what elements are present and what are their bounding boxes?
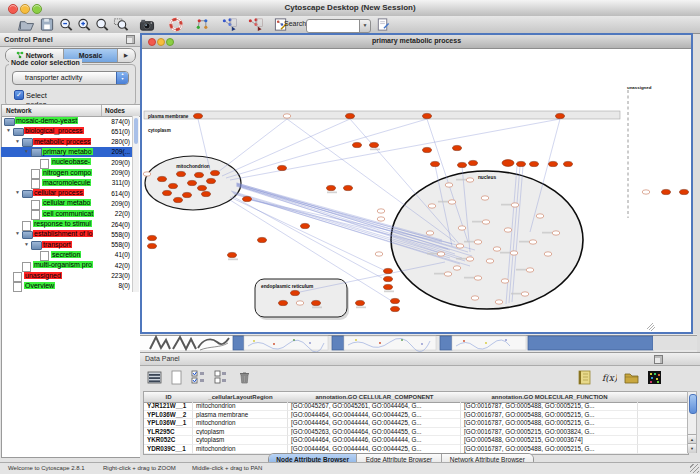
rear-window-frame[interactable] [332,336,344,350]
table-cell[interactable]: YPL036W__2 [144,411,193,420]
tree-row[interactable]: nitrogen compo209(0) [1,168,132,178]
network-node-red[interactable] [370,142,379,147]
network-node-red[interactable] [228,252,237,257]
network-node-white[interactable] [521,292,529,296]
tree-row[interactable]: ▼establishment of lo558(0) [1,229,132,239]
tree-node-label[interactable]: primary metabo [42,148,93,155]
tree-node-label[interactable]: nitrogen compo [42,169,92,176]
float-panel-icon[interactable] [126,35,135,44]
notes-icon[interactable] [576,369,593,386]
matrix-icon[interactable] [646,369,663,386]
disclosure-triangle-icon[interactable]: ▼ [24,148,29,154]
network-node-white[interactable] [426,231,434,235]
network-node-white[interactable] [437,252,445,256]
network-node-white[interactable] [377,209,385,213]
select-attributes-icon[interactable] [190,369,207,386]
float-panel-icon[interactable] [654,355,663,364]
network-node-white[interactable] [510,251,518,255]
network-edge[interactable] [218,119,287,172]
network-node-red[interactable] [391,298,400,303]
network-canvas[interactable]: plasma membrane cytoplasm mitochondrion … [142,48,691,332]
select-nodes-checkbox[interactable]: ✓ [14,90,24,100]
network-node-white[interactable] [495,300,503,304]
network-node-white[interactable] [283,114,291,118]
network-node-red[interactable] [327,185,336,190]
network-node-white[interactable] [474,276,482,280]
attribute-table[interactable]: ID_cellularLayoutRegionannotation.GO CEL… [143,391,689,455]
search-input[interactable] [306,19,364,33]
table-cell[interactable]: [GO:0044464, GO:0044444, GO:0044425, G..… [288,411,461,420]
network-node-red[interactable] [177,171,186,176]
table-cell[interactable]: plasma membrane [193,411,288,420]
tree-row[interactable]: ▼biological_process651(0) [1,126,132,136]
network-node-red[interactable] [291,290,300,295]
network-node-white[interactable] [544,252,552,256]
table-cell[interactable] [638,428,688,437]
network-node-white[interactable] [493,247,501,251]
table-cell[interactable]: [GO:0045263, GO:0044464, GO:0044455, G..… [288,428,461,437]
network-node-red[interactable] [148,243,157,248]
network-node-red[interactable] [174,197,183,202]
network-node-white[interactable] [453,266,461,270]
network-node-red[interactable] [384,276,393,281]
tree-row[interactable]: nucleobase-209(0) [1,157,132,167]
trash-icon[interactable] [236,369,253,386]
network-node-white[interactable] [482,220,490,224]
tree-node-label[interactable]: cellular metabo [42,199,91,206]
network-node-red[interactable] [207,178,216,183]
rear-window-frame[interactable] [233,336,244,350]
table-cell[interactable]: mitochondrion [193,402,288,411]
tree-row[interactable]: macromolecule311(0) [1,178,132,188]
tree-node-label[interactable]: cellular process [33,189,84,196]
save-session-icon[interactable] [38,17,56,32]
network-window-titlebar[interactable]: primary metabolic process [142,35,691,49]
scroll-down-icon[interactable]: ▼ [688,443,696,453]
table-cell[interactable] [638,419,688,428]
tree-node-label[interactable]: metabolic process [33,138,91,145]
zoom-out-icon[interactable] [58,17,76,32]
tree-row[interactable]: multi-organism pro42(0) [1,260,132,270]
table-cell[interactable] [638,436,688,445]
view-resize-grip-icon[interactable] [647,323,655,331]
table-cell[interactable]: [GO:0005488, GO:0005215, GO:0003674] [461,436,638,445]
network-node-red[interactable] [163,190,172,195]
network-node-white[interactable] [501,279,509,283]
network-node-red[interactable] [346,113,355,118]
network-node-red[interactable] [194,113,203,118]
network-small-icon[interactable] [194,17,212,32]
network-node-red[interactable] [279,300,288,305]
tab-overflow-arrow[interactable]: ▶ [118,49,134,62]
network-edge[interactable] [226,119,427,178]
table-cell[interactable]: [GO:0044464, GO:0044444, GO:0044425, G..… [288,419,461,428]
network-node-red[interactable] [469,160,478,165]
network-node-white[interactable] [474,240,482,244]
table-cell[interactable]: YKR052C [144,436,193,445]
tree-node-label[interactable]: unassigned [24,272,62,279]
tree-row[interactable]: cellular metabo209(0) [1,198,132,208]
export-network-icon[interactable] [246,17,264,32]
disclosure-triangle-icon[interactable]: ▼ [15,189,20,195]
network-node-red[interactable] [243,196,252,201]
tree-node-label[interactable]: Overview [24,282,55,289]
network-node-red[interactable] [431,161,440,166]
import-folder-icon[interactable] [623,369,640,386]
network-node-white[interactable] [458,226,466,230]
disclosure-triangle-icon[interactable]: ▼ [15,230,20,236]
network-node-red[interactable] [423,113,432,118]
network-node-white[interactable] [504,228,512,232]
tree-scrollbar-thumb[interactable] [134,118,138,144]
zoom-in-icon[interactable] [76,17,94,32]
network-node-white[interactable] [552,231,560,235]
network-node-red[interactable] [183,192,192,197]
network-node-red[interactable] [344,185,353,190]
table-cell[interactable]: YPL036W__1 [144,419,193,428]
network-node-white[interactable] [143,172,151,176]
tree-row[interactable]: ▼primary metabo209(... [1,147,132,157]
tree-row[interactable]: ▼transport558(0) [1,240,132,250]
table-cell[interactable]: [GO:0016787, GO:0005215, GO:0003824, G..… [461,428,638,437]
network-node-red[interactable] [453,145,462,150]
network-node-red[interactable] [423,147,432,152]
network-node-red[interactable] [564,161,573,166]
network-node-red[interactable] [258,237,267,242]
network-node-red[interactable] [148,235,157,240]
